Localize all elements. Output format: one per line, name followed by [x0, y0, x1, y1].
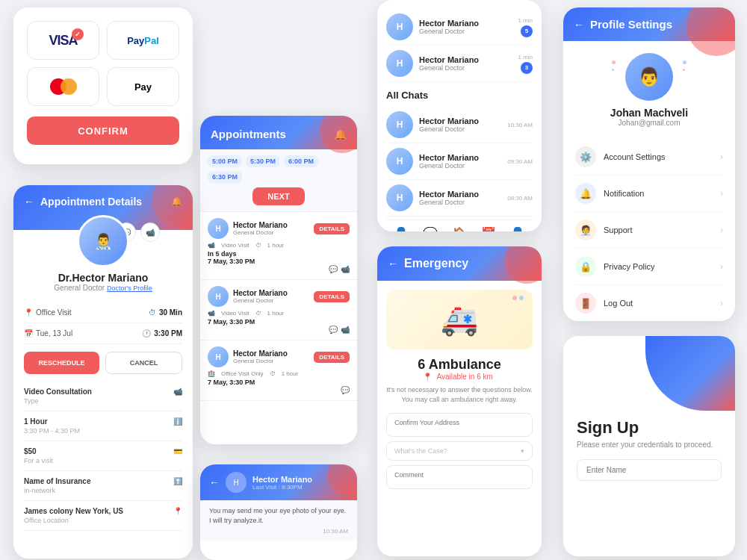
visa-logo: VISA ✓	[49, 33, 77, 49]
details-badge-1[interactable]: DETAILS	[314, 223, 350, 234]
mastercard-option[interactable]	[27, 67, 99, 106]
appointments-title: Appointments	[211, 128, 286, 140]
insurance-label: Name of Insurance	[24, 477, 90, 485]
dc-message: You may send me your eye photo of your e…	[209, 506, 348, 525]
nav-user-icon[interactable]: 👤	[510, 226, 525, 231]
paypal-option[interactable]: PayPal	[107, 21, 179, 60]
appt-datetime-1: 7 May, 3:30 PM	[208, 258, 350, 265]
support-icon: 🧑‍💼	[575, 220, 596, 240]
ambulance-availability: 📍 Available in 6 km	[386, 373, 533, 381]
time-chip-2[interactable]: 5:30 PM	[246, 155, 280, 167]
paypal-logo: PayPal	[127, 35, 159, 46]
recent-chat-2[interactable]: H Hector Mariano General Doctor 1 min 3	[386, 46, 533, 82]
settings-support[interactable]: 🧑‍💼 Support ›	[575, 212, 723, 249]
video-icon: 📹	[173, 388, 182, 405]
all-chat-sub-3: General Doctor	[419, 199, 501, 206]
nav-chat-icon[interactable]: 💬	[423, 226, 438, 231]
nav-calendar-icon[interactable]: 📅	[481, 226, 496, 231]
profile-dots-left	[612, 60, 616, 71]
visa-check-icon: ✓	[72, 28, 84, 40]
visit-type-1: Video Visit	[221, 242, 249, 249]
profile-avatar: 👨	[625, 53, 673, 101]
profile-dots-right	[683, 60, 686, 71]
visit-type-icon-2: 📹	[208, 310, 215, 317]
payment-methods-card: VISA ✓ PayPal Pay CONFIRM	[13, 7, 193, 164]
settings-account[interactable]: ⚙️ Account Settings ›	[575, 139, 723, 175]
video-icon-1[interactable]: 📹	[341, 265, 350, 273]
hours-time: 3:30 PM - 4:30 PM	[24, 427, 80, 435]
chat-icon-1[interactable]: 💬	[329, 265, 338, 273]
doc-name-2: Hector Mariano	[233, 289, 288, 297]
visa-option[interactable]: VISA ✓	[27, 21, 99, 60]
emergency-back-button[interactable]: ←	[388, 258, 398, 270]
case-input-container[interactable]: What's the Case? ▾	[386, 441, 533, 461]
comment-input[interactable]	[394, 471, 524, 479]
chat-bottom-nav: 👤 💬 🏠 📅 👤	[386, 220, 533, 231]
doctor-chat-body: You may send me your eye photo of your e…	[200, 500, 357, 541]
duration-3: 1 hour	[282, 370, 299, 377]
video-icon-2[interactable]: 📹	[341, 326, 350, 334]
settings-privacy[interactable]: 🔒 Privacy Policy ›	[575, 249, 723, 285]
location-row: James colony New York, US Office Locatio…	[24, 501, 182, 531]
detail-bell-icon[interactable]: 🔔	[171, 196, 182, 207]
profile-back-button[interactable]: ←	[574, 19, 584, 31]
privacy-arrow: ›	[720, 261, 723, 272]
price-label: $50	[24, 447, 53, 455]
signup-name-input[interactable]	[577, 459, 722, 481]
dc-back-button[interactable]: ←	[209, 476, 220, 488]
recent-chat-1[interactable]: H Hector Mariano General Doctor 1 min 5	[386, 9, 533, 46]
all-chats-title: All Chats	[386, 90, 533, 101]
address-input[interactable]	[394, 419, 524, 426]
recent-chats: H Hector Mariano General Doctor 1 min 5 …	[386, 9, 533, 82]
chats-card: H Hector Mariano General Doctor 1 min 5 …	[377, 0, 542, 231]
appt-datetime-2: 7 May, 3:30 PM	[208, 318, 350, 326]
doc-name-3: Hector Mariano	[233, 349, 288, 358]
bell-icon[interactable]: 🔔	[334, 128, 347, 140]
back-button[interactable]: ←	[24, 196, 34, 208]
cancel-button[interactable]: CANCEL	[105, 352, 182, 374]
time-chip-4[interactable]: 6:30 PM	[208, 171, 242, 183]
profile-settings-card: ← Profile Settings 👨 Johan Machveli Joha…	[563, 7, 735, 321]
location-icon: 📍	[24, 308, 33, 317]
notification-icon: 🔔	[575, 183, 596, 204]
reschedule-button[interactable]: RESCHEDULE	[24, 352, 99, 374]
appointments-card: Appointments 🔔 5:00 PM 5:30 PM 6:00 PM 6…	[200, 116, 357, 444]
emergency-title: Emergency	[404, 257, 468, 270]
all-chat-1[interactable]: H Hector Mariano General Doctor 10:30 AM	[386, 107, 533, 143]
video-icon-btn[interactable]: 📹	[140, 223, 160, 242]
visit-type-icon-3: 🏥	[208, 370, 215, 377]
signup-card: Sign Up Please enter your credentials to…	[563, 336, 735, 556]
doc-full-name: Dr.Hector Mariano	[58, 272, 149, 284]
settings-notification[interactable]: 🔔 Notification ›	[575, 175, 723, 212]
doc-title-1: General Doctor	[233, 229, 288, 236]
notification-label: Notification	[604, 189, 720, 198]
all-chat-avatar-2: H	[386, 148, 413, 175]
all-chat-2[interactable]: H Hector Mariano General Doctor 09:30 AM	[386, 143, 533, 180]
next-button[interactable]: NEXT	[252, 187, 304, 205]
signup-title: Sign Up	[577, 418, 722, 438]
time-chip-1[interactable]: 5:00 PM	[208, 155, 242, 167]
chat-icon-3[interactable]: 💬	[341, 386, 350, 394]
visit-type-row: 📍 Office Visit ⏱ 30 Min	[24, 302, 182, 323]
video-consultation-row: Video Consultation Type 📹	[24, 382, 182, 411]
chat-icon-2[interactable]: 💬	[329, 326, 338, 334]
settings-logout[interactable]: 🚪 Log Out ›	[575, 285, 723, 321]
nav-person-icon[interactable]: 👤	[394, 226, 409, 231]
doctor-profile-link[interactable]: Doctor's Profile	[107, 284, 152, 292]
applepay-option[interactable]: Pay	[107, 67, 179, 106]
chat-badge-1: 5	[521, 25, 533, 37]
time-chip-3[interactable]: 6:00 PM	[284, 155, 318, 167]
duration-icon-3: ⏱	[270, 370, 276, 377]
chat-name-1: Hector Mariano	[419, 19, 512, 28]
visit-type-icon-1: 📹	[208, 242, 215, 249]
nav-home-icon[interactable]: 🏠	[452, 226, 467, 231]
all-chat-3[interactable]: H Hector Mariano General Doctor 08:30 AM	[386, 180, 533, 217]
emergency-card: ← Emergency 🚑 6 Ambulance 📍 Available in…	[377, 246, 542, 556]
chat-sub-1: General Doctor	[419, 28, 512, 35]
details-badge-2[interactable]: DETAILS	[314, 291, 350, 302]
confirm-button[interactable]: CONFIRM	[27, 116, 179, 145]
details-badge-3[interactable]: DETAILS	[314, 352, 350, 363]
appointment-details-title: Appointment Details	[40, 196, 142, 208]
upload-icon: ⬆️	[173, 477, 182, 494]
doc-title-2: General Doctor	[233, 297, 288, 304]
